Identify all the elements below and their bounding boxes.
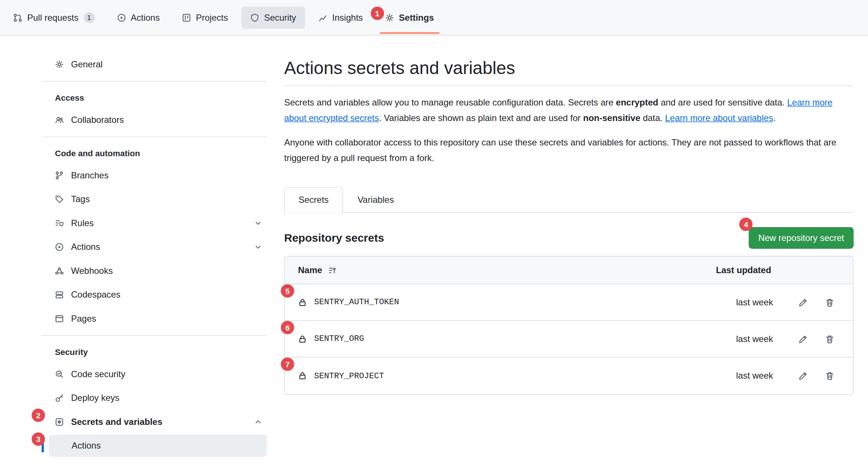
- nav-projects[interactable]: Projects: [173, 6, 237, 28]
- sidebar-item-rules[interactable]: Rules: [42, 212, 267, 234]
- annotation-badge-6: 6: [281, 321, 294, 334]
- nav-pull-requests[interactable]: Pull requests 1: [4, 6, 104, 28]
- sidebar-item-label: Secrets and variables: [71, 417, 162, 427]
- codescan-icon: [55, 370, 64, 379]
- sidebar-section-security: Security: [42, 347, 267, 357]
- repository-secrets-title: Repository secrets: [284, 232, 384, 245]
- nav-insights-label: Insights: [332, 13, 363, 23]
- chevron-down-icon: [254, 219, 263, 228]
- intro-text: and are used for sensitive data.: [658, 98, 787, 107]
- repo-navigation: Pull requests 1 Actions Projects Securit…: [0, 0, 868, 36]
- gear-icon: [385, 13, 394, 22]
- last-updated-value: last week: [716, 334, 773, 344]
- column-header-last-updated: Last updated: [716, 265, 839, 275]
- annotation-badge-3: 3: [32, 433, 45, 446]
- sidebar-item-label: Pages: [71, 314, 96, 324]
- sidebar-item-branches[interactable]: Branches: [42, 164, 267, 187]
- chevron-up-icon: [254, 417, 263, 426]
- divider: [42, 137, 267, 137]
- nav-projects-label: Projects: [196, 13, 228, 23]
- delete-secret-button[interactable]: [823, 296, 837, 309]
- projects-icon: [182, 13, 191, 22]
- sidebar-item-actions[interactable]: Actions: [42, 236, 267, 258]
- delete-secret-button[interactable]: [823, 332, 837, 346]
- nav-actions-label: Actions: [131, 13, 160, 23]
- sidebar-section-code-automation: Code and automation: [42, 148, 267, 158]
- gear-icon: [55, 60, 64, 69]
- sidebar-item-label: Codespaces: [71, 290, 120, 300]
- intro-paragraph-2: Anyone with collaborator access to this …: [284, 135, 854, 166]
- edit-secret-button[interactable]: [797, 296, 810, 309]
- secrets-icon: [55, 417, 64, 426]
- new-repository-secret-button[interactable]: New repository secret: [749, 227, 854, 249]
- intro-text: . Variables are shown as plain text and …: [379, 113, 583, 123]
- pencil-icon: [799, 298, 808, 307]
- sidebar-item-label: Branches: [71, 171, 108, 181]
- sidebar-subitem-label: Actions: [72, 441, 101, 451]
- sidebar-item-collaborators[interactable]: Collaborators: [42, 109, 267, 131]
- rules-icon: [55, 219, 64, 228]
- secret-name: SENTRY_ORG: [314, 334, 364, 344]
- secrets-and-variables-content: Actions secrets and variables Secrets an…: [284, 36, 854, 395]
- trash-icon: [825, 372, 834, 380]
- page-head: Actions secrets and variables: [284, 57, 854, 86]
- sidebar-item-webhooks[interactable]: Webhooks: [42, 260, 267, 282]
- github-repo-settings-page: Pull requests 1 Actions Projects Securit…: [0, 0, 868, 473]
- sidebar-item-label: Webhooks: [71, 266, 113, 276]
- annotation-badge-2: 2: [32, 409, 45, 422]
- edit-secret-button[interactable]: [797, 332, 810, 346]
- sidebar-item-label: General: [71, 60, 102, 70]
- intro-bold-encrypted: encrypted: [616, 98, 659, 107]
- sidebar-item-secrets-and-variables[interactable]: 2 Secrets and variables: [42, 411, 267, 433]
- new-repository-secret-wrap: 4 New repository secret: [749, 227, 854, 249]
- sidebar-item-general[interactable]: General: [42, 53, 267, 76]
- annotation-badge-7: 7: [281, 358, 294, 371]
- nav-insights[interactable]: Insights: [309, 6, 371, 28]
- git-pull-request-icon: [13, 13, 22, 22]
- sidebar-item-label: Collaborators: [71, 115, 124, 125]
- repository-secrets-header-row: Repository secrets 4 New repository secr…: [284, 227, 854, 249]
- settings-sidebar: General Access Collaborators Code and au…: [42, 36, 267, 457]
- people-icon: [55, 115, 64, 124]
- learn-more-variables-link[interactable]: Learn more about variables: [665, 113, 773, 123]
- pencil-icon: [799, 372, 808, 380]
- nav-actions[interactable]: Actions: [108, 6, 169, 28]
- lock-icon: [298, 335, 307, 343]
- sidebar-item-label: Code security: [71, 369, 125, 379]
- edit-secret-button[interactable]: [797, 369, 810, 383]
- column-name-label: Name: [298, 265, 322, 275]
- nav-security[interactable]: Security: [241, 6, 305, 28]
- sidebar-item-code-security[interactable]: Code security: [42, 363, 267, 385]
- trash-icon: [825, 298, 834, 307]
- tab-variables[interactable]: Variables: [343, 187, 408, 213]
- intro-paragraph-1: Secrets and variables allow you to manag…: [284, 95, 854, 126]
- chevron-down-icon: [254, 243, 263, 252]
- sort-ascending-icon: [328, 266, 337, 275]
- trash-icon: [825, 335, 834, 343]
- secret-name-cell: SENTRY_PROJECT: [298, 371, 716, 381]
- sidebar-item-codespaces[interactable]: Codespaces: [42, 284, 267, 306]
- nav-pull-requests-label: Pull requests: [27, 13, 79, 23]
- secret-row-meta: last week: [716, 332, 839, 346]
- tab-secrets[interactable]: Secrets: [284, 187, 343, 213]
- intro-text: .: [773, 113, 776, 123]
- nav-settings-label: Settings: [399, 13, 434, 23]
- shield-icon: [250, 13, 259, 22]
- divider: [42, 81, 267, 82]
- graph-icon: [318, 13, 327, 22]
- page-title: Actions secrets and variables: [284, 57, 854, 79]
- sidebar-item-tags[interactable]: Tags: [42, 188, 267, 211]
- sidebar-item-pages[interactable]: Pages: [42, 308, 267, 330]
- sidebar-subitem-actions-selected[interactable]: 3 Actions: [49, 435, 267, 457]
- browser-icon: [55, 314, 64, 323]
- tag-icon: [55, 195, 64, 204]
- column-header-name[interactable]: Name: [298, 265, 716, 275]
- nav-settings[interactable]: 1 Settings: [376, 6, 443, 28]
- delete-secret-button[interactable]: [823, 369, 837, 383]
- secrets-variables-tabbar: Secrets Variables: [284, 187, 854, 213]
- key-icon: [55, 394, 64, 403]
- secret-row: 6 SENTRY_ORG last week: [285, 321, 853, 358]
- sidebar-item-deploy-keys[interactable]: Deploy keys: [42, 387, 267, 409]
- intro-bold-non-sensitive: non-sensitive: [583, 113, 640, 123]
- lock-icon: [298, 298, 307, 307]
